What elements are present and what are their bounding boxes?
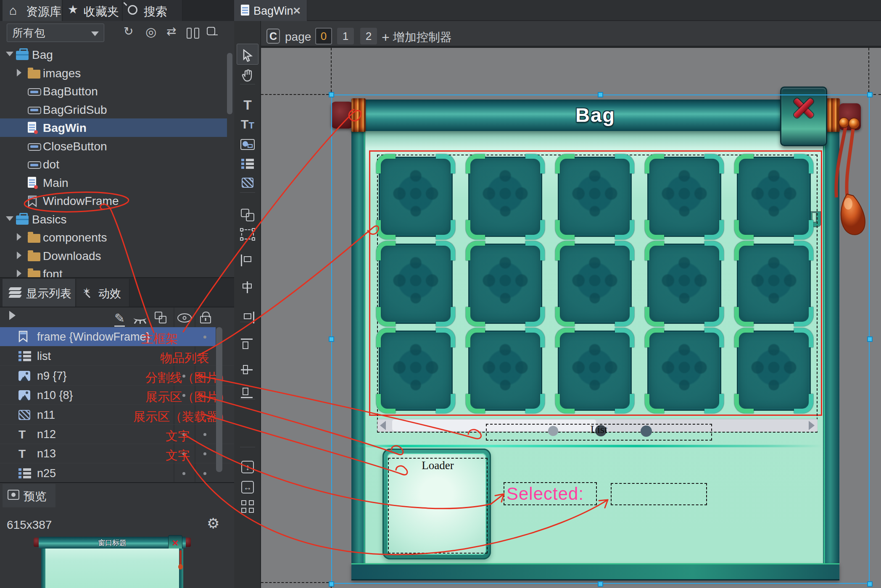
page-button-0[interactable]: 0: [315, 28, 332, 45]
align-bottom[interactable]: [234, 383, 261, 402]
page-button-2[interactable]: 2: [360, 28, 377, 45]
display-row-n13[interactable]: Tn13文字: [0, 444, 234, 463]
gear-icon[interactable]: ⚙: [207, 515, 219, 532]
caret-right-icon[interactable]: [17, 270, 21, 277]
refresh-icon[interactable]: ↻: [124, 24, 133, 38]
distribute-v[interactable]: [234, 433, 261, 451]
display-row-n11[interactable]: n11展示区（装载器）: [0, 405, 234, 425]
visible-dot[interactable]: [182, 472, 185, 475]
text-tool[interactable]: T: [234, 96, 261, 114]
display-row-n10[interactable]: n10 {8}展示区（图片）: [0, 386, 234, 405]
preview-rail: [41, 549, 45, 588]
caret-right-icon[interactable]: [17, 69, 21, 76]
graph-tool[interactable]: [234, 135, 261, 154]
selection-handle[interactable]: [598, 581, 603, 587]
package-filter-select[interactable]: 所有包: [7, 24, 104, 42]
tree-item-font[interactable]: font: [0, 265, 227, 277]
tree-scrollbar[interactable]: [227, 53, 232, 114]
display-toolbar: ✎: [0, 307, 234, 327]
lock-dot[interactable]: [203, 336, 206, 339]
tab-favorites[interactable]: ★ 收藏夹: [63, 0, 122, 21]
fit-width[interactable]: ↔: [234, 478, 261, 496]
list-icon: [18, 468, 31, 478]
align-middle-v[interactable]: [234, 360, 261, 379]
display-row-list[interactable]: list物品列表: [0, 346, 234, 366]
tree-item-bagbutton[interactable]: BagButton: [0, 82, 227, 100]
tree-item-components[interactable]: components: [0, 228, 227, 247]
caret-right-icon[interactable]: [17, 252, 21, 259]
visible-icon[interactable]: [177, 313, 192, 323]
caret-down-icon[interactable]: [6, 216, 13, 221]
page-button-1[interactable]: 1: [337, 28, 354, 45]
columns-icon[interactable]: [187, 28, 199, 39]
tree-item-windowframe[interactable]: WindowFrame: [0, 192, 227, 210]
edit-icon[interactable]: ✎: [114, 311, 125, 327]
visible-dot[interactable]: [182, 433, 185, 436]
lock-icon[interactable]: [200, 316, 211, 323]
tree-item-basics[interactable]: Basics: [0, 210, 227, 228]
tree-item-bag[interactable]: Bag: [0, 45, 227, 64]
tab-library[interactable]: ⌂ 资源库: [3, 0, 62, 21]
lock-dot[interactable]: [203, 433, 206, 436]
component-tool[interactable]: [234, 206, 261, 224]
display-row-label: n11: [37, 409, 55, 422]
tab-bagwin[interactable]: BagWin ✕: [234, 0, 307, 21]
fit-height[interactable]: ↕: [234, 458, 261, 476]
tree-item-label: font: [43, 268, 63, 277]
align-top[interactable]: [234, 335, 261, 354]
align-right[interactable]: [234, 308, 261, 327]
tab-preview[interactable]: 预览: [3, 484, 55, 507]
display-row-frame[interactable]: frame {WindowFrame}主框架: [0, 327, 216, 346]
selection-handle[interactable]: [867, 92, 873, 97]
tab-close-icon[interactable]: ✕: [293, 5, 301, 17]
tree-item-closebutton[interactable]: CloseButton: [0, 137, 227, 155]
tab-search[interactable]: 搜索: [123, 0, 182, 21]
select-tool[interactable]: [234, 46, 261, 65]
selection-handle[interactable]: [867, 336, 873, 342]
loader-tool[interactable]: [234, 173, 261, 192]
visible-dot[interactable]: [182, 375, 185, 378]
tree-item-bagwin[interactable]: BagWin: [0, 118, 227, 137]
tree-item-main[interactable]: Main: [0, 173, 227, 192]
selection-handle[interactable]: [329, 581, 334, 587]
caret-down-icon[interactable]: [6, 52, 13, 56]
distribute-h[interactable]: [234, 411, 261, 429]
display-row-n9[interactable]: n9 {7}分割线（图片）: [0, 366, 234, 386]
selection-handle[interactable]: [598, 92, 603, 97]
display-scrollbar[interactable]: [216, 327, 222, 472]
tab-transitions[interactable]: ✶ 动效: [76, 279, 129, 307]
selection-handle[interactable]: [329, 92, 334, 97]
list-tool[interactable]: [234, 155, 261, 173]
tool-divider: [240, 192, 255, 193]
hand-tool[interactable]: [234, 66, 261, 85]
tree-item-downloads[interactable]: Downloads: [0, 247, 227, 265]
align-left[interactable]: [234, 251, 261, 270]
expand-icon[interactable]: [9, 311, 16, 320]
locate-icon[interactable]: ◎: [145, 24, 156, 39]
grid-tool[interactable]: [234, 497, 261, 516]
hide-icon[interactable]: [134, 315, 146, 321]
lock-dot[interactable]: [203, 472, 206, 475]
selection-handle[interactable]: [867, 581, 873, 587]
display-row-n25[interactable]: n25: [0, 464, 234, 483]
tree-item-dot[interactable]: dot: [0, 155, 227, 173]
selection-handle[interactable]: [329, 336, 334, 342]
copy-icon[interactable]: [155, 312, 166, 323]
tree-item-images[interactable]: images: [0, 64, 227, 82]
stack-icon[interactable]: [207, 27, 219, 39]
tab-display-list[interactable]: 显示列表: [3, 279, 76, 307]
add-controller-button[interactable]: +增加控制器: [382, 29, 452, 45]
lock-dot[interactable]: [203, 452, 206, 455]
display-rows: frame {WindowFrame}主框架list物品列表n9 {7}分割线（…: [0, 327, 234, 483]
tree-item-label: BagButton: [43, 85, 98, 98]
caret-right-icon[interactable]: [17, 233, 21, 241]
tree-item-baggridsub[interactable]: BagGridSub: [0, 100, 227, 119]
folder-icon: [28, 70, 40, 79]
preview-size: 615x387: [7, 518, 52, 532]
display-row-n12[interactable]: Tn12文字: [0, 425, 234, 444]
align-center-h[interactable]: [234, 278, 261, 297]
richtext-tool[interactable]: TT: [234, 115, 261, 134]
chevron-down-icon: [91, 32, 99, 36]
transform-tool[interactable]: [234, 225, 261, 244]
sync-icon[interactable]: ⇄: [166, 24, 176, 38]
